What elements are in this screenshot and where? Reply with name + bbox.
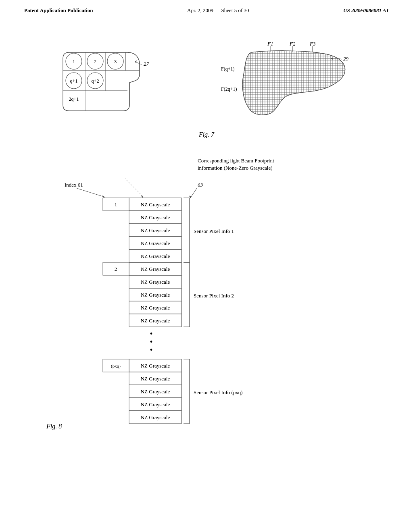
svg-text:2: 2 (94, 58, 97, 64)
main-content: 1 2 3 q+1 q+2 2q+1 27 F1 F2 F3 (0, 18, 413, 453)
svg-text:NZ Grayscale: NZ Grayscale (141, 363, 170, 369)
header-date: Apr. 2, 2009 (187, 7, 213, 13)
svg-text:1: 1 (73, 58, 75, 64)
svg-text:Index 61: Index 61 (65, 182, 83, 188)
svg-text:F(q+1): F(q+1) (221, 66, 234, 72)
svg-text:2: 2 (115, 266, 117, 272)
header-patent-number: US 2009/0086081 A1 (343, 7, 389, 14)
fig7-caption: Fig. 7 (24, 131, 389, 138)
header-sheet: Sheet 5 of 30 (221, 7, 249, 13)
svg-text:•: • (150, 345, 152, 354)
svg-text:Sensor Pixel Info (pxq): Sensor Pixel Info (pxq) (194, 389, 243, 395)
fig7-blob-svg: F1 F2 F3 (219, 38, 356, 127)
fig7-blob-diagram: F1 F2 F3 (219, 38, 356, 123)
svg-line-102 (77, 188, 105, 197)
svg-line-104 (125, 179, 143, 197)
svg-text:•: • (150, 337, 152, 346)
svg-text:•: • (150, 329, 152, 338)
svg-text:NZ Grayscale: NZ Grayscale (141, 414, 170, 420)
fig7-grid-svg: 1 2 3 q+1 q+2 2q+1 27 (57, 38, 154, 119)
header-publication-label: Patent Application Publication (24, 7, 93, 14)
svg-text:27: 27 (144, 61, 149, 67)
svg-text:NZ Grayscale: NZ Grayscale (141, 401, 170, 407)
svg-text:NZ Grayscale: NZ Grayscale (141, 214, 170, 220)
svg-text:Sensor Pixel Info 2: Sensor Pixel Info 2 (194, 293, 234, 299)
svg-text:NZ Grayscale: NZ Grayscale (141, 305, 170, 311)
svg-text:NZ Grayscale: NZ Grayscale (141, 389, 170, 395)
svg-text:3: 3 (114, 58, 117, 64)
svg-text:1: 1 (115, 202, 117, 208)
svg-text:NZ Grayscale: NZ Grayscale (141, 279, 170, 285)
svg-text:NZ Grayscale: NZ Grayscale (141, 202, 170, 208)
fig7-area: 1 2 3 q+1 q+2 2q+1 27 F1 F2 F3 (24, 38, 389, 123)
svg-line-119 (190, 188, 197, 198)
svg-text:NZ Grayscale: NZ Grayscale (141, 318, 170, 324)
svg-text:Fig. 8: Fig. 8 (46, 423, 62, 430)
page-header: Patent Application Publication Apr. 2, 2… (0, 0, 413, 18)
svg-text:NZ Grayscale: NZ Grayscale (141, 292, 170, 298)
fig7-grid-diagram: 1 2 3 q+1 q+2 2q+1 27 (57, 38, 154, 119)
svg-text:q+1: q+1 (70, 78, 78, 84)
svg-text:NZ Grayscale: NZ Grayscale (141, 227, 170, 233)
fig8-svg: Corresponding light Beam Footprint infor… (24, 150, 387, 441)
svg-marker-120 (189, 195, 192, 198)
svg-text:NZ Grayscale: NZ Grayscale (141, 240, 170, 246)
svg-text:(pxq): (pxq) (111, 364, 121, 369)
svg-text:2q+1: 2q+1 (69, 96, 79, 102)
svg-text:q+2: q+2 (92, 78, 99, 84)
svg-text:NZ Grayscale: NZ Grayscale (141, 253, 170, 259)
svg-text:NZ Grayscale: NZ Grayscale (141, 376, 170, 382)
svg-text:Sensor Pixel Info 1: Sensor Pixel Info 1 (194, 228, 234, 234)
svg-text:F3: F3 (309, 41, 316, 47)
svg-text:Corresponding light Beam Footp: Corresponding light Beam Footprint (198, 158, 274, 164)
svg-text:information (None-Zero Graysca: information (None-Zero Grayscale) (198, 165, 273, 171)
svg-text:63: 63 (198, 182, 203, 188)
svg-text:NZ Grayscale: NZ Grayscale (141, 266, 170, 272)
svg-text:F(2q+1): F(2q+1) (221, 86, 237, 92)
svg-text:29: 29 (343, 56, 349, 62)
svg-text:F2: F2 (289, 41, 296, 47)
header-date-sheet: Apr. 2, 2009 Sheet 5 of 30 (187, 7, 249, 14)
svg-text:F1: F1 (267, 41, 273, 47)
fig8-area: Corresponding light Beam Footprint infor… (24, 150, 389, 441)
